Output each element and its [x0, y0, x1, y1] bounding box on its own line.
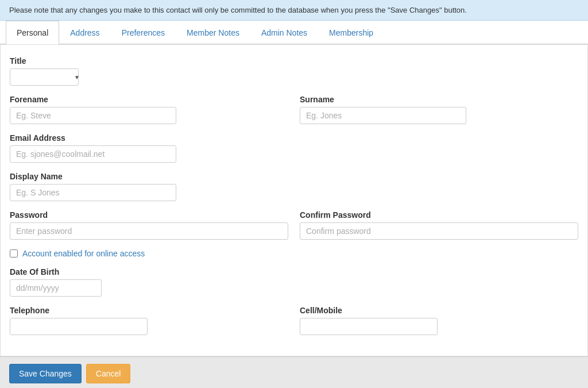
cell-mobile-label: Cell/Mobile [300, 306, 578, 315]
personal-form: Title Mr Mrs Ms Dr Prof Forename [0, 44, 588, 356]
surname-group: Surname [300, 95, 578, 124]
tab-admin-notes[interactable]: Admin Notes [250, 21, 318, 44]
account-enabled-label[interactable]: Account enabled for online access [22, 249, 145, 258]
dob-group: Date Of Birth [10, 267, 578, 297]
title-select-wrapper: Mr Mrs Ms Dr Prof [10, 68, 84, 86]
dob-row: Date Of Birth [10, 267, 578, 297]
confirm-password-input[interactable] [300, 222, 578, 240]
email-group: Email Address [10, 133, 176, 163]
password-group: Password [10, 210, 288, 240]
cell-mobile-input[interactable] [300, 318, 438, 335]
tab-address[interactable]: Address [59, 21, 110, 44]
surname-input[interactable] [300, 107, 466, 124]
password-row: Password Confirm Password [10, 210, 578, 240]
telephone-label: Telephone [10, 306, 288, 315]
password-label: Password [10, 210, 288, 220]
title-label: Title [10, 56, 84, 66]
telephone-input[interactable] [10, 318, 148, 335]
display-name-label: Display Name [10, 172, 176, 181]
account-enabled-row: Account enabled for online access [10, 249, 578, 258]
cancel-button[interactable]: Cancel [86, 364, 131, 383]
footer-bar: Save Changes Cancel [0, 356, 588, 388]
save-button[interactable]: Save Changes [9, 364, 82, 383]
forename-label: Forename [10, 95, 288, 104]
dob-label: Date Of Birth [10, 267, 578, 276]
email-input[interactable] [10, 145, 176, 163]
title-select[interactable]: Mr Mrs Ms Dr Prof [10, 68, 79, 86]
tab-personal[interactable]: Personal [6, 21, 59, 44]
email-label: Email Address [10, 133, 176, 143]
title-group: Title Mr Mrs Ms Dr Prof [10, 56, 84, 86]
email-row: Email Address [10, 133, 578, 163]
tab-bar: Personal Address Preferences Member Note… [0, 21, 588, 44]
page-wrapper: Please note that any changes you make to… [0, 0, 588, 388]
password-input[interactable] [10, 222, 288, 240]
surname-label: Surname [300, 95, 578, 104]
tab-preferences[interactable]: Preferences [111, 21, 176, 44]
phone-row: Telephone Cell/Mobile [10, 306, 578, 335]
name-row: Forename Surname [10, 95, 578, 124]
title-row: Title Mr Mrs Ms Dr Prof [10, 56, 578, 86]
account-enabled-checkbox[interactable] [10, 249, 18, 258]
tab-member-notes[interactable]: Member Notes [176, 21, 250, 44]
cell-mobile-group: Cell/Mobile [300, 306, 578, 335]
notice-bar: Please note that any changes you make to… [0, 0, 588, 21]
dob-input[interactable] [10, 279, 102, 297]
tab-membership[interactable]: Membership [318, 21, 384, 44]
confirm-password-group: Confirm Password [300, 210, 578, 240]
display-name-input[interactable] [10, 184, 176, 201]
notice-text: Please note that any changes you make to… [9, 6, 467, 14]
display-name-group: Display Name [10, 172, 176, 201]
telephone-group: Telephone [10, 306, 288, 335]
forename-input[interactable] [10, 107, 176, 124]
display-name-row: Display Name [10, 172, 578, 201]
confirm-password-label: Confirm Password [300, 210, 578, 220]
forename-group: Forename [10, 95, 288, 124]
